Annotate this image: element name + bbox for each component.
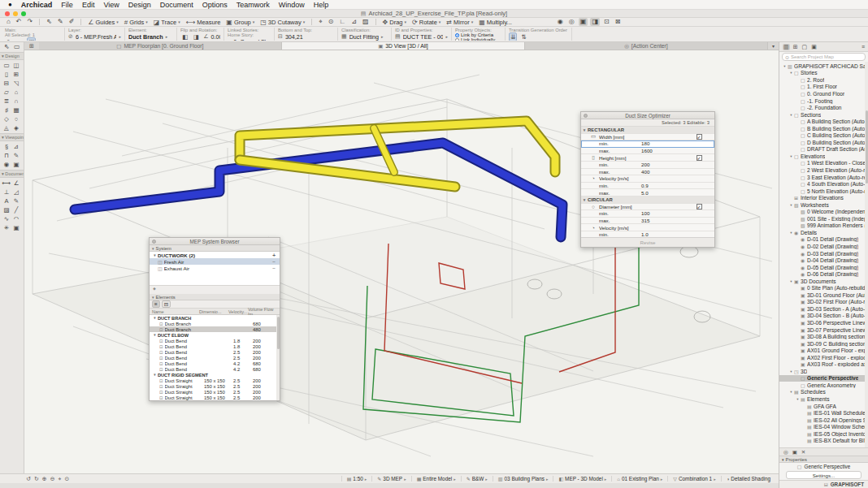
navigator-item-worksheets[interactable]: ▾▧Worksheets [779, 201, 868, 209]
navigator-item-0-ground-floor[interactable]: ▢0. Ground Floor [779, 90, 868, 97]
navigator-item-3d-documents[interactable]: ▾▣3D Documents [779, 278, 868, 285]
optimizer-rectangular-width-mm[interactable]: ▭Width [mm]✓ [581, 134, 714, 141]
marquee-selection-icon[interactable]: ▣ [579, 18, 588, 26]
navigator-item-sections[interactable]: ▾▢Sections [779, 111, 868, 119]
dimension-tool[interactable]: ⟷ [2, 179, 11, 188]
status-01-existing-plan[interactable]: ⌂01 Existing Plan▸ [611, 476, 667, 482]
marquee-visibility-icon[interactable]: ◨ [590, 18, 600, 26]
elements-section-header[interactable]: ▾ Elements [150, 294, 280, 300]
element-row[interactable]: ⊡Duct Branch680 [150, 321, 280, 326]
duct-tool-icon[interactable]: ◫ [27, 37, 36, 41]
navigator-item-2-foundation[interactable]: ▢-2. Foundation [779, 104, 868, 111]
checkbox-checked-icon[interactable]: ✓ [697, 155, 702, 161]
element-row[interactable]: ⊡Duct Straight150 x 1502.5200 [150, 395, 280, 400]
beam-tool[interactable]: ⊟ [2, 79, 11, 88]
navigator-item-c-building-section-auto-rebuild-model[interactable]: ▢C Building Section (Auto-rebuild Model [779, 132, 868, 139]
elevation-tool[interactable]: ⊿ [11, 142, 21, 151]
toolbox-section-document[interactable]: ▾ Document [0, 170, 24, 178]
settings-button[interactable]: Settings... [786, 471, 861, 479]
close-window-button[interactable] [5, 11, 10, 16]
search-input[interactable] [791, 54, 862, 59]
navigator-item-0-welcome-independent[interactable]: ▧0 Welcome (Independent) [779, 208, 868, 215]
level-dimension-tool[interactable]: ⊥ [2, 188, 11, 196]
remove-system-button[interactable]: − [271, 266, 277, 271]
status-detailed-shading[interactable]: ◑Detailed Shading [721, 476, 775, 482]
navigator-item-d-03-detail-drawing[interactable]: ◉D-03 Detail (Drawing) [779, 250, 868, 257]
window-tool[interactable]: ⊞ [11, 70, 21, 79]
optimizer-rectangular-min[interactable]: min.0.9 [581, 183, 714, 190]
status-entire-model[interactable]: ▦Entire Model▸ [411, 476, 461, 482]
navigator-item-2-west-elevation-auto-rebuild-model[interactable]: ▢2 West Elevation (Auto-rebuild Model) [779, 166, 868, 174]
navigator-item-elements[interactable]: ▾▤Elements [779, 395, 868, 403]
navigator-item-details[interactable]: ▾◉Details [779, 229, 868, 236]
transition-order-a-icon[interactable]: ⇊ [509, 32, 517, 41]
status-3d-mep[interactable]: ✎3D MEP▸ [371, 476, 410, 482]
zone-tool[interactable]: ◬ [2, 123, 11, 132]
mep-system-ductwork-2[interactable]: ▾DUCTWORK (2)+ [150, 252, 280, 258]
min-value-field[interactable]: 0.9 [641, 183, 687, 188]
navigator-item-elevations[interactable]: ▾▢Elevations [779, 153, 868, 160]
statusbar-icon-2[interactable]: ⊕ [42, 476, 47, 482]
mep-view-mode-0[interactable]: ≡ [152, 300, 160, 308]
navigator-item-interior-elevations[interactable]: ⊞Interior Elevations [779, 194, 868, 201]
statusbar-icon-0[interactable]: ↺ [26, 476, 31, 482]
optimizer-circular-min[interactable]: min.1.0 [581, 231, 714, 237]
interior-elevation-tool[interactable]: ⊓ [2, 151, 11, 160]
checkbox-checked-icon[interactable]: ✓ [697, 134, 702, 140]
navigator-item-3d-08-a-building-section-perspective[interactable]: ▣3D-08 A Building section perspective ( [779, 333, 868, 340]
element-row[interactable]: ⊡Duct Bend2.5200 [150, 349, 280, 355]
navigator-item-3d[interactable]: ▾◳3D [779, 368, 868, 375]
menu-help[interactable]: Help [314, 1, 329, 9]
door-tool[interactable]: ◫ [11, 61, 21, 70]
wall-tool[interactable]: ▭ [2, 61, 11, 70]
scrollbar[interactable] [865, 62, 868, 447]
min-value-field[interactable]: 180 [641, 140, 687, 146]
navigator-tab-2[interactable]: ▢ [801, 44, 809, 50]
fit-in-window-icon[interactable]: ⌖ [317, 18, 324, 26]
menu-design[interactable]: Design [128, 1, 151, 9]
home-icon[interactable]: ⌂ [5, 18, 12, 26]
quick-options-icon[interactable]: ⊞ [24, 43, 39, 50]
detail-tool[interactable]: ◉ [2, 160, 11, 169]
hide-selection-icon[interactable]: ◎ [567, 18, 576, 26]
navigator-item-schedules[interactable]: ▾▤Schedules [779, 389, 868, 396]
menu-options[interactable]: Options [202, 1, 228, 9]
mep-system-exhaust-air[interactable]: ◫Exhaust Air− [150, 265, 280, 271]
unlink-elements-icon[interactable]: ⊠ [614, 18, 623, 26]
arc-tool[interactable]: ◠ [11, 214, 21, 223]
toolbox-section-viewpoint[interactable]: ▾ Viewpoint [0, 133, 24, 141]
max-value-field[interactable]: 315 [641, 218, 687, 223]
classification-value[interactable]: Duct Fitting [349, 33, 379, 41]
navigator-item-d-01-detail-drawing[interactable]: ◉D-01 Detail (Drawing) [779, 236, 868, 244]
object-tool[interactable]: ◇ [2, 114, 11, 123]
pick-up-parameters-icon[interactable]: ✎ [56, 18, 65, 26]
element-group[interactable]: ▾DUCT RIGID SEGMENT [150, 372, 280, 378]
element-group[interactable]: ▾DUCT ELBOW [150, 332, 280, 338]
navigator-item-ax03-roof-exploded-axonometry-au[interactable]: ▣AX03 Roof - exploded axonometry (Au [779, 361, 868, 369]
optimizer-circular-max[interactable]: max.315 [581, 218, 714, 225]
element-row[interactable]: ⊡Duct Bend4.2680 [150, 361, 280, 366]
navigator-item-001-site-existing-independent[interactable]: ▧001 Site - Existing (Independent) [779, 215, 868, 222]
scrollbar[interactable] [276, 315, 280, 400]
label-tool[interactable]: ✎ [11, 196, 21, 205]
navigator-item-ax02-first-floor-exploded-axonometr[interactable]: ▣AX02 First Floor - exploded axonometr [779, 354, 868, 361]
element-group[interactable]: ▾DUCT BRANCH [150, 315, 280, 321]
bottom-and-top-value[interactable]: 304,21 [285, 33, 303, 41]
navigator-item-3d-01-ground-floor-auto-rebuild-mod[interactable]: ▣3D-01 Ground Floor (Auto-rebuild Mod [779, 292, 868, 299]
id-and-properties-value[interactable]: DUCT TEE - 001 [403, 33, 444, 41]
menu-teamwork[interactable]: Teamwork [237, 1, 270, 9]
optimizer-circular-diameter-mm[interactable]: ○Diameter [mm]✓ [581, 204, 714, 211]
mirror-button[interactable]: ⇄Mirror▾ [445, 19, 475, 26]
radio-link-individually[interactable]: Link Individually [455, 37, 501, 41]
remove-system-button[interactable]: − [271, 259, 277, 265]
hotspot-tool[interactable]: ✳ [2, 223, 11, 232]
linked-stories-value[interactable]: 0. Ground Floor [233, 38, 266, 41]
navigator-item-2-roof[interactable]: ▢2. Roof [779, 76, 868, 84]
select-system-elements-icon[interactable]: ⌖ [150, 286, 280, 294]
statusbar-icon-1[interactable]: ↻ [34, 476, 39, 482]
inject-parameters-icon[interactable]: ✐ [67, 18, 76, 26]
status-b-w[interactable]: ✎B&W▸ [461, 476, 493, 482]
navigator-item-3d-07-perspective-linework-street-a[interactable]: ▣3D-07 Perspective Linework - street (A [779, 326, 868, 334]
measure-button[interactable]: ⟷Measure [184, 19, 223, 26]
column-name[interactable]: Name [152, 309, 199, 314]
